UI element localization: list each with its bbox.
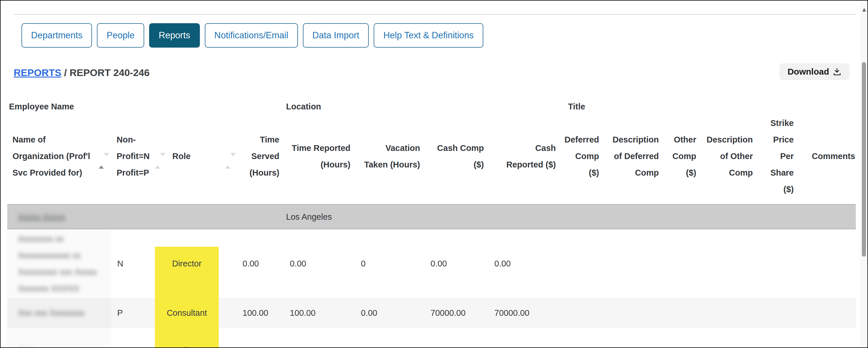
- sort-unsorted-icon: [225, 153, 230, 160]
- column-header-row: Name of Organization (Prof'l Svc Provide…: [7, 109, 856, 204]
- breadcrumb-separator: /: [61, 67, 69, 78]
- tab-data-import[interactable]: Data Import: [303, 23, 369, 48]
- cell-desc-other: [697, 229, 753, 298]
- cell-organization-redacted: Xxx xxx Xxxxxxxx: [7, 298, 112, 327]
- redacted-line: Xxxxxxxxx xxx Xxxxx: [18, 264, 112, 280]
- top-divider: [13, 14, 856, 15]
- cell-organization-redacted: Xxxx: [7, 327, 112, 348]
- download-button-label: Download: [788, 67, 829, 77]
- column-header-deferred-comp[interactable]: Deferred Comp ($): [556, 109, 600, 204]
- report-table: Name of Organization (Prof'l Svc Provide…: [7, 109, 856, 348]
- app-window: Departments People Reports Notifications…: [0, 0, 868, 348]
- column-header-cash-comp[interactable]: Cash Comp ($): [421, 109, 485, 204]
- column-header-desc-other-comp[interactable]: Description of Other Comp: [697, 109, 753, 204]
- cell-cash-reported: 0.00: [485, 229, 556, 298]
- cell-time-reported: 0.00: [280, 229, 351, 298]
- cell-desc-deferred: [600, 298, 659, 327]
- table-row: Xxxx N Editor 0.00 0.00 0 0.00 0.00: [7, 327, 856, 348]
- column-header-comments[interactable]: Comments: [794, 109, 856, 204]
- employee-group-cell: Xxxxx Xxxxx Los Angeles: [7, 204, 856, 229]
- column-header-desc-deferred-comp[interactable]: Description of Deferred Comp: [600, 109, 659, 204]
- redacted-line: Xxxxxxxxxxxx xx: [18, 247, 112, 264]
- cell-strike-price: [753, 327, 794, 348]
- cell-other-comp: [659, 298, 697, 327]
- column-header-time-reported[interactable]: Time Reported (Hours): [280, 109, 351, 204]
- breadcrumb-reports-link[interactable]: REPORTS: [13, 67, 61, 78]
- column-header-time-served[interactable]: Time Served (Hours): [232, 109, 280, 204]
- table-row: Xxx xxx Xxxxxxxx P Consultant 100.00 100…: [7, 298, 856, 327]
- download-icon: [833, 67, 841, 76]
- redacted-line: Xxx xxx Xxxxxxxx: [18, 305, 112, 321]
- employee-group-row: Xxxxx Xxxxx Los Angeles: [7, 204, 856, 229]
- tab-departments[interactable]: Departments: [22, 23, 92, 48]
- cell-cash-reported: 0.00: [485, 327, 556, 348]
- cell-desc-deferred: [600, 327, 659, 348]
- redacted-line: Xxxx: [18, 343, 112, 348]
- column-header-nonprofit-label: Non- Profit=N Profit=P: [117, 135, 150, 177]
- column-header-other-comp[interactable]: Other Comp ($): [659, 109, 697, 204]
- breadcrumb: REPORTS / REPORT 240-246: [13, 66, 849, 80]
- cell-nonprofit: N: [112, 327, 155, 348]
- cell-comments: [794, 229, 856, 298]
- cell-nonprofit: P: [112, 298, 155, 327]
- column-header-cash-reported[interactable]: Cash Reported ($): [485, 109, 556, 204]
- cell-vacation-taken: 0: [351, 229, 421, 298]
- download-button[interactable]: Download: [779, 63, 849, 80]
- scrollbar-thumb[interactable]: [862, 62, 866, 257]
- cell-nonprofit: N: [112, 229, 155, 298]
- column-header-strike-price[interactable]: Strike Price Per Share ($): [753, 109, 794, 204]
- column-header-role-label: Role: [172, 151, 191, 161]
- cell-time-reported: 0.00: [280, 327, 351, 348]
- column-header-nonprofit[interactable]: Non- Profit=N Profit=P: [112, 109, 155, 204]
- cell-comments: [794, 327, 856, 348]
- cell-cash-comp: 0.00: [421, 327, 485, 348]
- cell-vacation-taken: 0.00: [351, 298, 421, 327]
- role-value: Director: [155, 259, 219, 268]
- cell-organization-redacted: Xxxxxxxx xx Xxxxxxxxxxxx xx Xxxxxxxxx xx…: [7, 229, 112, 298]
- cell-strike-price: [753, 298, 794, 327]
- report-table-wrap: Name of Organization (Prof'l Svc Provide…: [7, 109, 856, 348]
- cell-deferred-comp: [556, 229, 600, 298]
- cell-time-served: 0.00: [232, 327, 280, 348]
- sort-asc-icon: [99, 153, 104, 160]
- cell-deferred-comp: [556, 298, 600, 327]
- redacted-line: Xxxxxxxx xx: [18, 231, 112, 247]
- tab-reports[interactable]: Reports: [149, 23, 200, 48]
- cell-strike-price: [753, 229, 794, 298]
- tab-help-text-definitions[interactable]: Help Text & Definitions: [374, 23, 483, 48]
- role-value: Consultant: [155, 308, 219, 318]
- cell-cash-comp: 70000.00: [421, 298, 485, 327]
- column-header-organization[interactable]: Name of Organization (Prof'l Svc Provide…: [7, 109, 112, 204]
- column-header-organization-label: Name of Organization (Prof'l Svc Provide…: [12, 135, 90, 177]
- employee-name-redacted: Xxxxx Xxxxx: [18, 212, 65, 222]
- cell-deferred-comp: [556, 327, 600, 348]
- cell-desc-deferred: [600, 229, 659, 298]
- column-header-vacation-taken[interactable]: Vacation Taken (Hours): [351, 109, 421, 204]
- tab-notifications-email[interactable]: Notifications/Email: [205, 23, 298, 48]
- table-row: Xxxxxxxx xx Xxxxxxxxxxxx xx Xxxxxxxxx xx…: [7, 229, 856, 298]
- redacted-line: Xxxxxxx XXXXX: [18, 280, 112, 297]
- cell-time-reported: 100.00: [280, 298, 351, 327]
- cell-time-served: 100.00: [232, 298, 280, 327]
- scroll-up-arrow-icon[interactable]: ▲: [861, 6, 867, 13]
- cell-vacation-taken: 0: [351, 327, 421, 348]
- cell-other-comp: [659, 327, 697, 348]
- breadcrumb-row: REPORTS / REPORT 240-246 Download: [13, 66, 849, 83]
- main-nav: Departments People Reports Notifications…: [22, 23, 483, 48]
- cell-comments: [794, 298, 856, 327]
- cell-desc-other: [697, 327, 753, 348]
- cell-time-served: 0.00: [232, 229, 280, 298]
- role-value: Editor: [155, 346, 219, 348]
- vertical-scrollbar[interactable]: ▲: [861, 1, 867, 347]
- page-title: REPORT 240-246: [70, 67, 150, 78]
- cell-other-comp: [659, 229, 697, 298]
- column-header-role[interactable]: Role: [155, 109, 232, 204]
- cell-cash-reported: 70000.00: [485, 298, 556, 327]
- tab-people[interactable]: People: [97, 23, 144, 48]
- cell-cash-comp: 0.00: [421, 229, 485, 298]
- employee-location: Los Angeles: [286, 212, 332, 222]
- cell-desc-other: [697, 298, 753, 327]
